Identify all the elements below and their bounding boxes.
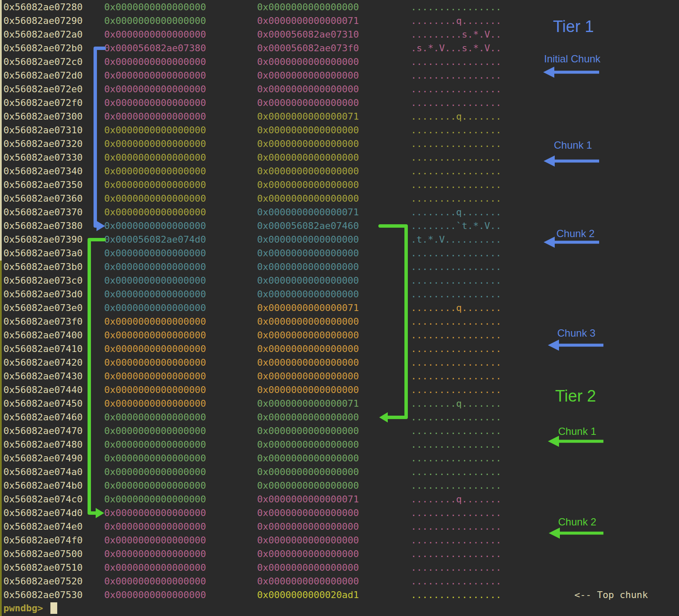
tier2-chunk2-label: Chunk 2 bbox=[558, 516, 596, 528]
tier2-label: Tier 2 bbox=[555, 387, 596, 405]
ascii-repr: ................ bbox=[411, 342, 501, 356]
address: 0x56082ae072c0 bbox=[3, 55, 82, 69]
tier1-chunk2-label: Chunk 2 bbox=[556, 228, 594, 239]
qword-2: 0x0000000000000000 bbox=[257, 329, 359, 342]
qword-2: 0x0000000000000000 bbox=[257, 506, 359, 520]
address: 0x56082ae07400 bbox=[3, 329, 82, 342]
qword-2: 0x0000000000000000 bbox=[257, 452, 359, 465]
qword-2: 0x0000000000000071 bbox=[257, 110, 359, 123]
qword-1: 0x000056082ae074d0 bbox=[104, 233, 206, 246]
qword-1: 0x0000000000000000 bbox=[104, 0, 206, 14]
address: 0x56082ae07420 bbox=[3, 356, 82, 370]
memory-row: 0x56082ae075100x00000000000000000x000000… bbox=[0, 561, 679, 575]
qword-2: 0x0000000000000000 bbox=[257, 287, 359, 301]
ascii-repr: ................ bbox=[411, 520, 501, 534]
ascii-repr: ................ bbox=[411, 370, 501, 383]
qword-1: 0x0000000000000000 bbox=[104, 28, 206, 41]
ascii-repr: ................ bbox=[411, 534, 501, 547]
prompt-line[interactable]: pwndbg> bbox=[3, 601, 57, 615]
qword-1: 0x0000000000000000 bbox=[104, 547, 206, 561]
memory-row: 0x56082ae074300x00000000000000000x000000… bbox=[0, 370, 679, 383]
qword-2: 0x0000000000000000 bbox=[257, 534, 359, 547]
ascii-repr: ................ bbox=[411, 465, 501, 479]
qword-1: 0x0000000000000000 bbox=[104, 205, 206, 219]
memory-row: 0x56082ae073100x00000000000000000x000000… bbox=[0, 123, 679, 137]
memory-row: 0x56082ae074800x00000000000000000x000000… bbox=[0, 438, 679, 452]
ascii-repr: ................ bbox=[411, 424, 501, 438]
memory-row: 0x56082ae073f00x00000000000000000x000000… bbox=[0, 315, 679, 329]
ascii-repr: ................ bbox=[411, 575, 501, 588]
ascii-repr: ................ bbox=[411, 0, 501, 14]
ascii-repr: ........q....... bbox=[411, 110, 501, 123]
ascii-repr: ................ bbox=[411, 287, 501, 301]
terminal-cursor[interactable] bbox=[50, 602, 57, 614]
ascii-repr: ................ bbox=[411, 96, 501, 110]
address: 0x56082ae07390 bbox=[3, 233, 82, 246]
ascii-repr: ........q....... bbox=[411, 301, 501, 315]
qword-2: 0x0000000000000000 bbox=[257, 356, 359, 370]
address: 0x56082ae073e0 bbox=[3, 301, 82, 315]
ascii-repr: ................ bbox=[411, 192, 501, 205]
qword-1: 0x0000000000000000 bbox=[104, 315, 206, 329]
address: 0x56082ae074e0 bbox=[3, 520, 82, 534]
ascii-repr: ................ bbox=[411, 137, 501, 151]
qword-2: 0x0000000000000071 bbox=[257, 301, 359, 315]
qword-1: 0x0000000000000000 bbox=[104, 438, 206, 452]
address: 0x56082ae074f0 bbox=[3, 534, 82, 547]
address: 0x56082ae072f0 bbox=[3, 96, 82, 110]
ascii-repr: ................ bbox=[411, 69, 501, 82]
ascii-repr: ................ bbox=[411, 260, 501, 274]
address: 0x56082ae07280 bbox=[3, 0, 82, 14]
address: 0x56082ae072e0 bbox=[3, 82, 82, 96]
tier2-chunk1-label: Chunk 1 bbox=[558, 426, 596, 437]
ascii-repr: ................ bbox=[411, 274, 501, 287]
address: 0x56082ae07410 bbox=[3, 342, 82, 356]
qword-1: 0x0000000000000000 bbox=[104, 69, 206, 82]
qword-2: 0x0000000000000071 bbox=[257, 493, 359, 506]
ascii-repr: ................ bbox=[411, 123, 501, 137]
qword-2: 0x0000000000000000 bbox=[257, 370, 359, 383]
memory-row: 0x56082ae072800x00000000000000000x000000… bbox=[0, 0, 679, 14]
qword-2: 0x0000000000000000 bbox=[257, 164, 359, 178]
ascii-repr: ................ bbox=[411, 452, 501, 465]
qword-2: 0x0000000000000000 bbox=[257, 178, 359, 192]
qword-2: 0x0000000000000000 bbox=[257, 479, 359, 493]
address: 0x56082ae07480 bbox=[3, 438, 82, 452]
qword-1: 0x0000000000000000 bbox=[104, 575, 206, 588]
qword-1: 0x0000000000000000 bbox=[104, 301, 206, 315]
qword-2: 0x0000000000000000 bbox=[257, 0, 359, 14]
address: 0x56082ae07520 bbox=[3, 575, 82, 588]
qword-1: 0x0000000000000000 bbox=[104, 342, 206, 356]
qword-2: 0x0000000000000071 bbox=[257, 14, 359, 28]
address: 0x56082ae074d0 bbox=[3, 506, 82, 520]
qword-1: 0x0000000000000000 bbox=[104, 55, 206, 69]
qword-1: 0x0000000000000000 bbox=[104, 370, 206, 383]
qword-1: 0x0000000000000000 bbox=[104, 14, 206, 28]
tier1-chunk1-label: Chunk 1 bbox=[554, 140, 592, 151]
memory-row: 0x56082ae074100x00000000000000000x000000… bbox=[0, 342, 679, 356]
address: 0x56082ae074c0 bbox=[3, 493, 82, 506]
memory-row: 0x56082ae073a00x00000000000000000x000000… bbox=[0, 246, 679, 260]
qword-1: 0x0000000000000000 bbox=[104, 123, 206, 137]
address: 0x56082ae072a0 bbox=[3, 28, 82, 41]
qword-1: 0x0000000000000000 bbox=[104, 246, 206, 260]
qword-2: 0x0000000000000000 bbox=[257, 315, 359, 329]
qword-2: 0x0000000000000000 bbox=[257, 274, 359, 287]
address: 0x56082ae07530 bbox=[3, 588, 82, 602]
address: 0x56082ae07320 bbox=[3, 137, 82, 151]
ascii-repr: ................ bbox=[411, 561, 501, 575]
address: 0x56082ae074b0 bbox=[3, 479, 82, 493]
address: 0x56082ae07500 bbox=[3, 547, 82, 561]
address: 0x56082ae073d0 bbox=[3, 287, 82, 301]
qword-2: 0x0000000000000000 bbox=[257, 246, 359, 260]
address: 0x56082ae07310 bbox=[3, 123, 82, 137]
qword-1: 0x0000000000000000 bbox=[104, 397, 206, 411]
qword-2: 0x0000000000000000 bbox=[257, 520, 359, 534]
ascii-repr: ................ bbox=[411, 411, 501, 424]
ascii-repr: ........q....... bbox=[411, 14, 501, 28]
qword-2: 0x0000000000000000 bbox=[257, 575, 359, 588]
address: 0x56082ae07300 bbox=[3, 110, 82, 123]
address: 0x56082ae073c0 bbox=[3, 274, 82, 287]
memory-row: 0x56082ae073c00x00000000000000000x000000… bbox=[0, 274, 679, 287]
tier1-chunk3-label: Chunk 3 bbox=[557, 328, 595, 339]
